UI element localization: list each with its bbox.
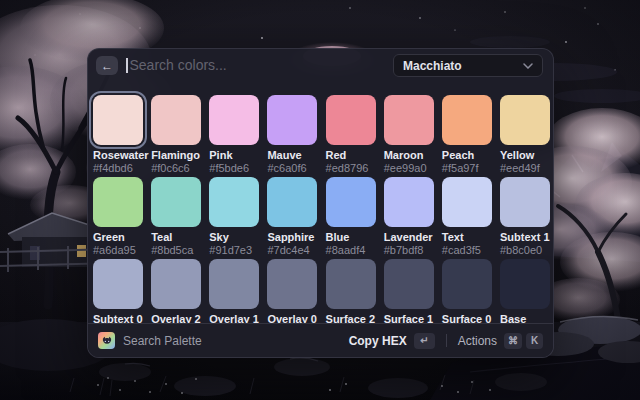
- swatch-name: Mauve: [267, 149, 317, 162]
- swatch-color-box[interactable]: [267, 177, 317, 227]
- swatch-name: Sapphire: [267, 231, 317, 244]
- color-swatch-pink[interactable]: Pink#f5bde6: [209, 95, 259, 174]
- color-swatch-mauve[interactable]: Mauve#c6a0f6: [267, 95, 317, 174]
- color-swatch-green[interactable]: Green#a6da95: [93, 177, 143, 256]
- color-swatch-sapphire[interactable]: Sapphire#7dc4e4: [267, 177, 317, 256]
- swatch-name: Green: [93, 231, 143, 244]
- swatch-color-box[interactable]: [442, 259, 492, 309]
- swatch-hex: #c6a0f6: [267, 162, 317, 174]
- swatch-color-box[interactable]: [500, 259, 550, 309]
- color-swatch-subtext-1[interactable]: Subtext 1#b8c0e0: [500, 177, 550, 256]
- swatch-hex: #f0c6c6: [151, 162, 201, 174]
- swatch-color-box[interactable]: [93, 177, 143, 227]
- palette-grid: Rosewater#f4dbd6Flamingo#f0c6c6Pink#f5bd…: [88, 81, 554, 325]
- color-swatch-surface-0[interactable]: Surface 0: [442, 259, 492, 325]
- swatch-color-box[interactable]: [93, 95, 143, 145]
- k-key-badge: K: [526, 333, 543, 349]
- color-swatch-base[interactable]: Base: [500, 259, 550, 325]
- enter-key-badge: ↵: [414, 333, 435, 349]
- swatch-color-box[interactable]: [500, 95, 550, 145]
- swatch-name: Sky: [209, 231, 259, 244]
- swatch-color-box[interactable]: [442, 95, 492, 145]
- swatch-row: Subtext 0Overlay 2Overlay 1Overlay 0Surf…: [93, 259, 550, 325]
- swatch-color-box[interactable]: [384, 177, 434, 227]
- swatch-color-box[interactable]: [326, 177, 376, 227]
- swatch-name: Lavender: [384, 231, 434, 244]
- color-swatch-yellow[interactable]: Yellow#eed49f: [500, 95, 550, 174]
- swatch-hex: #a6da95: [93, 244, 143, 256]
- color-swatch-subtext-0[interactable]: Subtext 0: [93, 259, 143, 325]
- dialog-footer: Search Palette Copy HEX ↵ Actions ⌘ K: [88, 323, 553, 357]
- swatch-hex: #eed49f: [500, 162, 550, 174]
- theme-dropdown-value: Macchiato: [403, 59, 523, 73]
- screen: ← Search colors... Macchiato Rosewater#f…: [0, 0, 640, 400]
- swatch-hex: #ed8796: [326, 162, 376, 174]
- swatch-name: Peach: [442, 149, 492, 162]
- swatch-hex: #ee99a0: [384, 162, 434, 174]
- text-cursor: [126, 58, 128, 73]
- swatch-color-box[interactable]: [93, 259, 143, 309]
- footer-separator: [446, 334, 447, 347]
- search-input[interactable]: Search colors...: [126, 49, 227, 81]
- swatch-row: Green#a6da95Teal#8bd5caSky#91d7e3Sapphir…: [93, 177, 550, 256]
- swatch-color-box[interactable]: [267, 95, 317, 145]
- swatch-name: Subtext 1: [500, 231, 550, 244]
- footer-actions: Copy HEX ↵ Actions ⌘ K: [349, 333, 543, 349]
- swatch-name: Text: [442, 231, 492, 244]
- swatch-name: Flamingo: [151, 149, 201, 162]
- swatch-name: Teal: [151, 231, 201, 244]
- swatch-row: Rosewater#f4dbd6Flamingo#f0c6c6Pink#f5bd…: [93, 95, 550, 174]
- footer-title: Search Palette: [123, 334, 202, 348]
- swatch-hex: #8aadf4: [326, 244, 376, 256]
- swatch-color-box[interactable]: [267, 259, 317, 309]
- color-swatch-sky[interactable]: Sky#91d7e3: [209, 177, 259, 256]
- color-swatch-peach[interactable]: Peach#f5a97f: [442, 95, 492, 174]
- swatch-color-box[interactable]: [151, 259, 201, 309]
- swatch-color-box[interactable]: [151, 95, 201, 145]
- swatch-hex: #b7bdf8: [384, 244, 434, 256]
- color-swatch-surface-1[interactable]: Surface 1: [384, 259, 434, 325]
- swatch-color-box[interactable]: [151, 177, 201, 227]
- actions-button[interactable]: Actions: [458, 334, 497, 348]
- swatch-name: Yellow: [500, 149, 550, 162]
- color-swatch-teal[interactable]: Teal#8bd5ca: [151, 177, 201, 256]
- color-swatch-red[interactable]: Red#ed8796: [326, 95, 376, 174]
- swatch-color-box[interactable]: [442, 177, 492, 227]
- swatch-color-box[interactable]: [384, 259, 434, 309]
- swatch-color-box[interactable]: [326, 259, 376, 309]
- color-swatch-maroon[interactable]: Maroon#ee99a0: [384, 95, 434, 174]
- swatch-color-box[interactable]: [500, 177, 550, 227]
- swatch-hex: #f4dbd6: [93, 162, 143, 174]
- color-swatch-surface-2[interactable]: Surface 2: [326, 259, 376, 325]
- swatch-hex: #cad3f5: [442, 244, 492, 256]
- cmd-key-badge: ⌘: [504, 333, 522, 349]
- swatch-name: Maroon: [384, 149, 434, 162]
- color-swatch-rosewater[interactable]: Rosewater#f4dbd6: [93, 95, 143, 174]
- color-swatch-overlay-2[interactable]: Overlay 2: [151, 259, 201, 325]
- back-button[interactable]: ←: [96, 56, 118, 75]
- chevron-down-icon: [523, 63, 533, 69]
- swatch-hex: #b8c0e0: [500, 244, 550, 256]
- color-swatch-overlay-1[interactable]: Overlay 1: [209, 259, 259, 325]
- swatch-name: Blue: [326, 231, 376, 244]
- swatch-color-box[interactable]: [326, 95, 376, 145]
- back-arrow-icon: ←: [101, 59, 113, 73]
- copy-hex-button[interactable]: Copy HEX: [349, 334, 407, 348]
- swatch-color-box[interactable]: [209, 177, 259, 227]
- swatch-color-box[interactable]: [209, 95, 259, 145]
- color-swatch-flamingo[interactable]: Flamingo#f0c6c6: [151, 95, 201, 174]
- color-swatch-blue[interactable]: Blue#8aadf4: [326, 177, 376, 256]
- theme-dropdown[interactable]: Macchiato: [393, 54, 543, 77]
- color-swatch-lavender[interactable]: Lavender#b7bdf8: [384, 177, 434, 256]
- color-swatch-overlay-0[interactable]: Overlay 0: [267, 259, 317, 325]
- palette-search-dialog: ← Search colors... Macchiato Rosewater#f…: [87, 48, 554, 358]
- swatch-color-box[interactable]: [384, 95, 434, 145]
- swatch-hex: #7dc4e4: [267, 244, 317, 256]
- swatch-color-box[interactable]: [209, 259, 259, 309]
- swatch-name: Pink: [209, 149, 259, 162]
- swatch-hex: #91d7e3: [209, 244, 259, 256]
- dialog-header: ← Search colors... Macchiato: [88, 49, 553, 81]
- swatch-hex: #8bd5ca: [151, 244, 201, 256]
- swatch-name: Rosewater: [93, 149, 143, 162]
- color-swatch-text[interactable]: Text#cad3f5: [442, 177, 492, 256]
